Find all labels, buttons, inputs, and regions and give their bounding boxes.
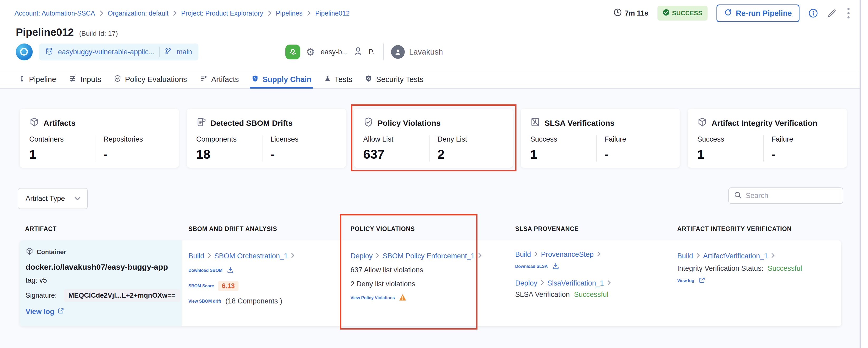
- search-input[interactable]: [746, 192, 838, 200]
- warning-triangle-icon: [399, 294, 406, 302]
- inputs-icon: [69, 75, 77, 84]
- search-icon: [734, 191, 742, 200]
- column-header-artifact: ARTIFACT: [25, 225, 57, 233]
- repo-branch-pill[interactable]: easybuggy-vulnerable-applic... main: [39, 44, 198, 60]
- container-box-icon: [26, 247, 33, 257]
- allow-list-violations: 637 Allow list violations: [350, 266, 488, 274]
- sbom-stage-link[interactable]: Build: [188, 252, 204, 260]
- integrity-stage-link[interactable]: Build: [677, 252, 693, 260]
- trigger-name[interactable]: easy-b...: [321, 48, 348, 56]
- integrity-step-link[interactable]: ArtifactVerification_1: [703, 252, 768, 260]
- package-icon: [697, 117, 707, 129]
- chevron-right-icon: [771, 252, 775, 260]
- chevron-right-icon: [207, 252, 211, 260]
- integrity-status-label: Integrity Verification Status:: [677, 264, 764, 272]
- slsa-verification-status: Successful: [574, 291, 609, 299]
- git-branch-icon: [164, 47, 172, 57]
- download-sbom-link[interactable]: Download SBOM: [188, 268, 222, 273]
- slsa-stage2-link[interactable]: Deploy: [515, 279, 537, 287]
- meta-divider: [383, 44, 384, 60]
- supply-chain-page: Account: Automation-SSCA Organization: d…: [0, 0, 868, 348]
- chevron-right-icon: [607, 279, 611, 287]
- branch-name[interactable]: main: [177, 48, 192, 56]
- sbom-drift-components: (18 Components ): [225, 297, 282, 305]
- chevron-right-icon: [268, 10, 272, 16]
- download-icon: [552, 262, 559, 271]
- trigger-webhook-icon: [285, 45, 300, 59]
- column-header-policy-violations: POLICY VIOLATIONS: [350, 225, 415, 233]
- execution-tabbar: Pipeline Inputs Policy Evaluations Artif…: [0, 71, 868, 89]
- sbom-cell: Build SBOM Orchestration_1 Download SBOM…: [188, 240, 336, 326]
- trigger-suffix: P.: [368, 48, 374, 56]
- rerun-pipeline-button[interactable]: Re-run Pipeline: [716, 4, 800, 22]
- slsa-step1-link[interactable]: ProvenanceStep: [541, 251, 594, 259]
- scrollbar[interactable]: [860, 0, 868, 348]
- check-circle-icon: [663, 9, 670, 18]
- slsa-document-icon: [530, 117, 540, 129]
- view-log-link[interactable]: View log: [26, 308, 54, 316]
- chevron-right-icon: [307, 10, 311, 16]
- view-sbom-drift-link[interactable]: View SBOM drift: [188, 299, 221, 304]
- tab-artifacts[interactable]: Artifacts: [200, 71, 239, 88]
- artifact-cell: Container docker.io/lavakush07/easy-bugg…: [20, 240, 182, 326]
- breadcrumb-organization[interactable]: Organization: default: [108, 9, 168, 17]
- chevron-right-icon: [597, 251, 600, 259]
- search-box[interactable]: [728, 187, 843, 204]
- user-name: Lavakush: [409, 48, 443, 56]
- flask-icon: [324, 75, 331, 84]
- slsa-step2-link[interactable]: SlsaVerification_1: [547, 279, 604, 287]
- top-bar: Account: Automation-SSCA Organization: d…: [0, 0, 868, 26]
- artifact-type-badge: Container: [26, 247, 176, 257]
- card-artifact-integrity: Artifact Integrity Verification Success1…: [688, 109, 847, 168]
- shield-check-icon: [114, 75, 121, 84]
- artifact-type-dropdown[interactable]: Artifact Type: [18, 188, 88, 209]
- gear-icon: ⚙: [306, 47, 315, 57]
- pill-divider: [159, 47, 160, 57]
- tab-tests[interactable]: Tests: [324, 71, 352, 88]
- package-icon: [29, 117, 39, 129]
- tab-pipeline[interactable]: Pipeline: [19, 71, 56, 88]
- info-icon[interactable]: [808, 8, 818, 18]
- tab-inputs[interactable]: Inputs: [69, 71, 101, 88]
- sbom-score-link[interactable]: SBOM Score: [188, 284, 214, 288]
- table-row: Container docker.io/lavakush07/easy-bugg…: [20, 240, 841, 326]
- execution-source-icon: [16, 44, 33, 60]
- edit-pencil-icon[interactable]: [827, 8, 837, 18]
- policy-step-link[interactable]: SBOM Policy Enforcement_1: [383, 252, 475, 260]
- more-options-icon[interactable]: [846, 6, 851, 20]
- repo-name[interactable]: easybuggy-vulnerable-applic...: [58, 48, 154, 56]
- external-link-icon: [699, 277, 705, 285]
- signature-value[interactable]: MEQCICde2Vjl...L+2+mqnOXw==: [64, 289, 180, 301]
- download-slsa-link[interactable]: Download SLSA: [515, 264, 548, 269]
- card-sbom-drifts: Detected SBOM Drifts Components18 Licens…: [187, 109, 346, 168]
- breadcrumb-pipeline012[interactable]: Pipeline012: [315, 9, 350, 17]
- breadcrumb-account[interactable]: Account: Automation-SSCA: [14, 9, 95, 17]
- slsa-verification-label: SLSA Verification: [515, 291, 570, 299]
- execution-duration: 7m 11s: [613, 8, 649, 19]
- policy-stage-link[interactable]: Deploy: [350, 252, 373, 260]
- breadcrumb: Account: Automation-SSCA Organization: d…: [14, 9, 350, 17]
- column-header-slsa-provenance: SLSA PROVENANCE: [515, 225, 579, 233]
- view-policy-violations-link[interactable]: View Policy Violations: [350, 295, 395, 300]
- pipeline-icon: [19, 75, 25, 84]
- tab-policy-evaluations[interactable]: Policy Evaluations: [114, 71, 187, 88]
- delegate-icon: [353, 47, 363, 58]
- page-title: Pipeline012: [16, 26, 74, 38]
- sbom-step-link[interactable]: SBOM Orchestration_1: [214, 252, 288, 260]
- tab-security-tests[interactable]: Security Tests: [365, 71, 424, 88]
- slsa-provenance-cell: Build ProvenanceStep Download SLSA Deplo…: [515, 240, 663, 326]
- view-log-link[interactable]: View log: [677, 279, 694, 283]
- chevron-down-icon: [74, 195, 81, 203]
- build-id-label: (Build Id: 17): [79, 30, 118, 38]
- integrity-status-value: Successful: [768, 264, 802, 272]
- download-icon: [227, 266, 234, 275]
- column-header-artifact-integrity: ARTIFACT INTEGRITY VERIFICATION: [677, 225, 792, 233]
- breadcrumb-pipelines[interactable]: Pipelines: [276, 9, 303, 17]
- tab-supply-chain[interactable]: Supply Chain: [251, 71, 311, 88]
- external-link-icon: [57, 308, 64, 316]
- clock-icon: [613, 8, 622, 19]
- sbom-score-badge: 6.13: [218, 281, 239, 291]
- card-policy-violations: Policy Violations Allow List637 Deny Lis…: [354, 109, 513, 168]
- breadcrumb-project[interactable]: Project: Product Exploratory: [181, 9, 263, 17]
- slsa-stage1-link[interactable]: Build: [515, 251, 531, 259]
